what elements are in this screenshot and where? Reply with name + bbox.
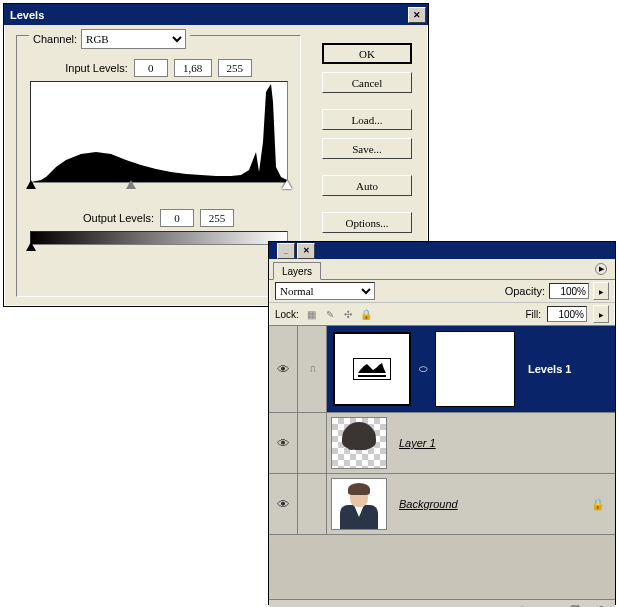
- levels-controls-group: Channel: RGB Input Levels:: [16, 35, 301, 297]
- layer-thumb[interactable]: [331, 478, 387, 530]
- save-button[interactable]: Save...: [322, 138, 412, 159]
- output-slider[interactable]: [31, 245, 287, 257]
- input-white-handle[interactable]: [282, 180, 292, 189]
- input-gamma-handle[interactable]: [126, 180, 136, 189]
- output-black-field[interactable]: [160, 209, 194, 227]
- delete-layer-icon[interactable]: 🗑: [593, 602, 609, 607]
- input-black-field[interactable]: [134, 59, 168, 77]
- input-white-field[interactable]: [218, 59, 252, 77]
- lock-position-icon[interactable]: ✣: [341, 307, 355, 321]
- link-layers-icon[interactable]: ⬭: [437, 602, 453, 607]
- layer-thumb[interactable]: [331, 417, 387, 469]
- options-button[interactable]: Options...: [322, 212, 412, 233]
- fill-field[interactable]: [547, 306, 587, 322]
- input-levels-label: Input Levels:: [65, 62, 127, 74]
- output-gradient: [30, 231, 288, 245]
- visibility-icon[interactable]: 👁: [277, 497, 290, 512]
- opacity-field[interactable]: [549, 283, 589, 299]
- new-set-icon[interactable]: 🗀: [515, 602, 531, 607]
- layer-style-icon[interactable]: ◐: [463, 602, 479, 607]
- opacity-label: Opacity:: [505, 285, 545, 297]
- layers-titlebar[interactable]: _ ✕: [269, 242, 615, 259]
- layer-name[interactable]: Layer 1: [391, 437, 436, 449]
- histogram: [30, 81, 288, 183]
- tab-layers[interactable]: Layers: [273, 262, 321, 280]
- active-col[interactable]: [298, 413, 327, 473]
- panel-menu-icon[interactable]: ▶: [595, 263, 607, 275]
- mask-thumb[interactable]: [436, 332, 514, 406]
- visibility-icon[interactable]: 👁: [277, 362, 290, 377]
- channel-select[interactable]: RGB: [81, 29, 186, 49]
- layer-mask-icon[interactable]: ◻: [489, 602, 505, 607]
- blend-mode-select[interactable]: Normal: [275, 282, 375, 300]
- fill-label: Fill:: [525, 309, 541, 320]
- input-black-handle[interactable]: [26, 180, 36, 189]
- input-gamma-field[interactable]: [174, 59, 212, 77]
- layers-panel: _ ✕ Layers ▶ Normal Opacity: ▶ Lock: ▦ ✎…: [268, 241, 616, 605]
- levels-title: Levels: [10, 9, 406, 21]
- close-icon[interactable]: ✕: [408, 7, 426, 23]
- levels-titlebar[interactable]: Levels ✕: [4, 4, 428, 25]
- channel-label: Channel:: [33, 33, 77, 45]
- layers-list[interactable]: 👁 ⎍ ⬭ Levels 1 👁 Layer 1: [269, 326, 615, 600]
- layer-row[interactable]: 👁 Layer 1: [269, 413, 615, 474]
- panel-tabs: Layers ▶: [269, 259, 615, 280]
- output-levels-label: Output Levels:: [83, 212, 154, 224]
- adjustment-thumb[interactable]: [333, 332, 411, 406]
- lock-icon: 🔒: [591, 498, 605, 511]
- lock-pixels-icon[interactable]: ✎: [323, 307, 337, 321]
- output-black-handle[interactable]: [26, 242, 36, 251]
- minimize-icon[interactable]: _: [277, 243, 295, 259]
- fill-flyout-icon[interactable]: ▶: [593, 305, 609, 323]
- auto-button[interactable]: Auto: [322, 175, 412, 196]
- adjustment-layer-icon[interactable]: ◑: [541, 602, 557, 607]
- lock-transparency-icon[interactable]: ▦: [305, 307, 319, 321]
- opacity-flyout-icon[interactable]: ▶: [593, 282, 609, 300]
- layer-row[interactable]: 👁 Background 🔒: [269, 474, 615, 535]
- active-col[interactable]: [298, 474, 327, 534]
- output-white-field[interactable]: [200, 209, 234, 227]
- lock-label: Lock:: [275, 309, 299, 320]
- layer-link-icon[interactable]: ⬭: [417, 363, 430, 375]
- ok-button[interactable]: OK: [322, 43, 412, 64]
- active-col[interactable]: ⎍: [298, 326, 327, 412]
- layers-footer: ⬭ ◐ ◻ 🗀 ◑ ❐ 🗑: [269, 600, 615, 607]
- layer-name[interactable]: Background: [391, 498, 458, 510]
- input-slider[interactable]: [31, 183, 287, 195]
- new-layer-icon[interactable]: ❐: [567, 602, 583, 607]
- close-icon[interactable]: ✕: [297, 243, 315, 259]
- visibility-icon[interactable]: 👁: [277, 436, 290, 451]
- layer-name[interactable]: Levels 1: [520, 363, 571, 375]
- layer-row[interactable]: 👁 ⎍ ⬭ Levels 1: [269, 326, 615, 413]
- load-button[interactable]: Load...: [322, 109, 412, 130]
- lock-all-icon[interactable]: 🔒: [359, 307, 373, 321]
- cancel-button[interactable]: Cancel: [322, 72, 412, 93]
